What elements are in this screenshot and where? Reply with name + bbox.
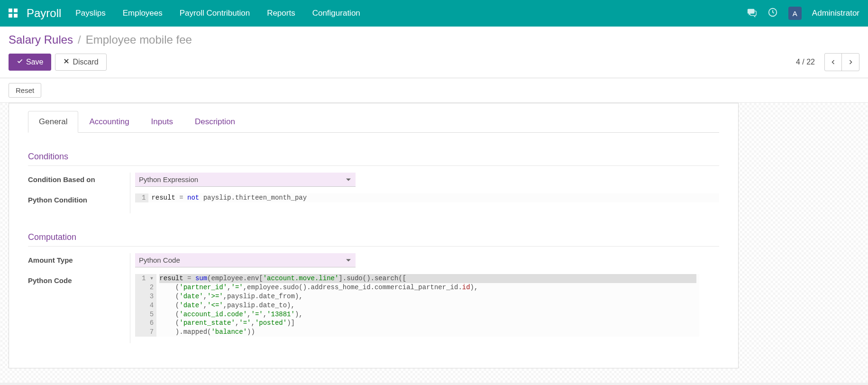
control-panel: Salary Rules / Employee mobile fee Save … [0,27,868,78]
pager-text[interactable]: 4 / 22 [796,58,815,66]
top-nav-right: A Administrator [747,7,859,20]
form-sheet: General Accounting Inputs Description Co… [9,103,739,368]
apps-icon[interactable] [9,9,18,18]
tab-description[interactable]: Description [184,111,246,133]
menu-payslips[interactable]: Payslips [75,9,105,18]
svg-rect-2 [9,14,12,18]
tab-inputs[interactable]: Inputs [140,111,184,133]
tab-accounting[interactable]: Accounting [78,111,140,133]
discard-button-label: Discard [73,58,98,66]
section-computation-title: Computation [28,232,719,247]
top-nav: Payroll Payslips Employees Payroll Contr… [0,0,868,27]
save-button[interactable]: Save [9,54,51,71]
breadcrumb: Salary Rules / Employee mobile fee [9,33,859,46]
reset-button-label: Reset [16,86,34,94]
svg-rect-3 [14,14,18,18]
amount-type-select[interactable]: Python Code [135,253,356,267]
python-code-editor[interactable]: 1 ▾234567 result = sum(employee.env['acc… [135,274,699,337]
status-bar: Reset [0,78,868,103]
close-icon [63,58,70,66]
tab-bar: General Accounting Inputs Description [28,111,719,133]
section-conditions-title: Conditions [28,152,719,166]
svg-rect-1 [14,9,18,12]
condition-based-on-select[interactable]: Python Expression [135,173,356,187]
breadcrumb-parent[interactable]: Salary Rules [9,33,73,46]
main-menu: Payslips Employees Payroll Contribution … [75,9,360,18]
check-icon [17,58,23,66]
menu-payroll-contribution[interactable]: Payroll Contribution [180,9,250,18]
reset-button[interactable]: Reset [9,83,41,98]
label-condition-based-on: Condition Based on [28,173,128,193]
brand[interactable]: Payroll [27,7,61,20]
breadcrumb-sep: / [78,33,81,46]
label-python-code: Python Code [28,274,128,294]
pager-prev[interactable] [825,54,842,71]
python-condition-editor[interactable]: 1 result = not payslip.thirteen_month_pa… [135,193,719,202]
pager-next[interactable] [842,54,859,71]
activity-icon[interactable] [767,7,778,20]
tab-general[interactable]: General [28,111,78,133]
pager: 4 / 22 [796,53,859,71]
menu-reports[interactable]: Reports [267,9,295,18]
messaging-icon[interactable] [747,7,757,20]
menu-configuration[interactable]: Configuration [312,9,360,18]
menu-employees[interactable]: Employees [123,9,163,18]
label-python-condition: Python Condition [28,193,128,213]
label-amount-type: Amount Type [28,253,128,274]
avatar[interactable]: A [788,7,802,20]
svg-rect-0 [9,9,12,12]
save-button-label: Save [26,58,43,66]
discard-button[interactable]: Discard [55,54,106,71]
user-name[interactable]: Administrator [812,9,859,18]
breadcrumb-current: Employee mobile fee [86,33,192,46]
